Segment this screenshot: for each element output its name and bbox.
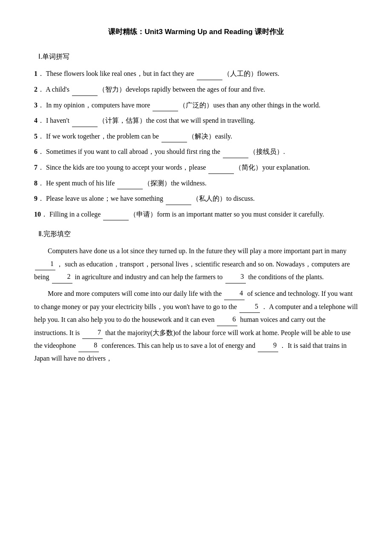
q4-hint: （计算，估算） [98, 117, 146, 124]
question-9: 9． Please leave us alone；we have somethi… [34, 192, 358, 205]
q1-blank[interactable] [197, 67, 222, 80]
q9-num: 9 [34, 195, 37, 202]
cloze-blank-5[interactable]: 5 [239, 300, 260, 313]
q8-num: 8 [34, 179, 37, 187]
question-6: 6． Sometimes if you want to call abroad，… [34, 145, 358, 158]
section2-paragraph1: Computers have done us a lot since they … [34, 245, 358, 283]
q3-blank[interactable] [153, 98, 178, 112]
q7-text-before: Since the kids are too young to accept y… [46, 164, 206, 171]
q1-text-before: These flowers look like real ones，but in… [46, 70, 194, 77]
q9-text-before: Please leave us alone；we have something [46, 195, 163, 202]
q7-num: 7 [34, 164, 37, 171]
q2-hint: （智力） [98, 86, 126, 93]
q2-blank[interactable] [72, 83, 98, 96]
q7-hint: （简化） [235, 164, 262, 171]
questions-section: 1． These flowers look like real ones，but… [34, 67, 358, 220]
question-4: 4． I haven't （计算，估算）the cost that we wil… [34, 114, 358, 127]
q3-text-before: In my opinion，computers have more [46, 101, 150, 109]
question-2: 2． A child's （智力）develops rapidly betwee… [34, 83, 358, 96]
cloze-blank-9[interactable]: 9 [258, 339, 278, 352]
q1-hint: （人工的） [223, 70, 257, 77]
cloze-blank-2[interactable]: 2 [52, 270, 72, 283]
section2-paragraph2: More and more computers will come into o… [34, 287, 358, 365]
question-3: 3． In my opinion，computers have more （广泛… [34, 98, 358, 112]
q4-text-before: I haven't [46, 117, 69, 124]
section1-heading: Ⅰ.单词拼写 [38, 51, 358, 63]
question-8: 8． He spent much of his life （探测）the wil… [34, 176, 358, 190]
q7-blank[interactable] [208, 161, 234, 174]
cloze-blank-6[interactable]: 6 [217, 313, 237, 326]
page-title: 课时精练：Unit3 Warming Up and Reading 课时作业 [34, 26, 358, 39]
q5-blank[interactable] [161, 130, 187, 143]
q10-blank[interactable] [103, 208, 129, 221]
q6-text-before: Sometimes if you want to call abroad，you… [46, 148, 220, 155]
q3-hint: （广泛的） [179, 101, 213, 109]
question-5: 5． If we work together，the problem can b… [34, 130, 358, 143]
cloze-blank-1[interactable]: 1 [35, 257, 55, 271]
q6-blank[interactable] [223, 145, 248, 158]
question-7: 7． Since the kids are too young to accep… [34, 161, 358, 174]
q5-hint: （解决） [188, 133, 215, 140]
q6-num: 6 [34, 148, 37, 155]
q1-num: 1 [34, 70, 37, 77]
q4-blank[interactable] [72, 114, 98, 127]
q10-hint: （申请） [130, 211, 157, 218]
section2: Ⅱ.完形填空 Computers have done us a lot sinc… [34, 228, 358, 364]
question-10: 10． Filling in a college （申请）form is an … [34, 208, 358, 221]
q8-text-before: He spent much of his life [46, 179, 115, 187]
cloze-blank-4[interactable]: 4 [224, 287, 245, 300]
question-1: 1． These flowers look like real ones，but… [34, 67, 358, 80]
cloze-blank-8[interactable]: 8 [78, 339, 99, 352]
q10-text-before: Filling in a college [49, 211, 101, 218]
section2-heading: Ⅱ.完形填空 [38, 228, 358, 240]
q2-text-before: A child's [46, 86, 69, 93]
q8-hint: （探测） [144, 179, 171, 187]
q3-num: 3 [34, 101, 37, 109]
q4-num: 4 [34, 117, 37, 124]
q9-blank[interactable] [166, 192, 191, 205]
cloze-blank-7[interactable]: 7 [82, 326, 103, 339]
q2-num: 2 [34, 86, 37, 93]
q6-hint: （接线员） [249, 148, 283, 155]
q8-blank[interactable] [117, 176, 143, 190]
q5-text-before: If we work together，the problem can be [46, 133, 159, 140]
q5-num: 5 [34, 133, 37, 140]
q9-hint: （私人的） [192, 195, 226, 202]
cloze-blank-3[interactable]: 3 [225, 270, 246, 283]
q10-num: 10 [34, 211, 41, 218]
